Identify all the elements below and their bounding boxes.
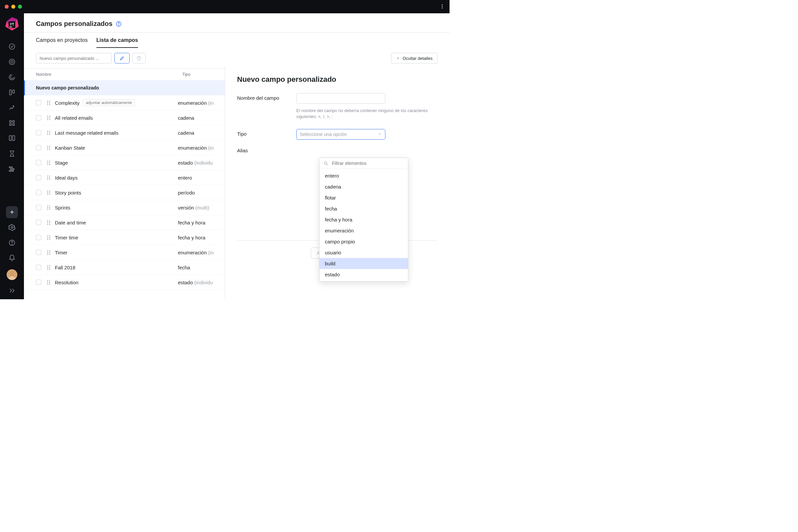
field-name-cell: Last message related emails	[55, 130, 178, 136]
field-name-input[interactable]	[296, 93, 385, 104]
tab-field-list[interactable]: Lista de campos	[96, 33, 138, 48]
dropdown-option[interactable]: build	[320, 258, 408, 269]
boards-icon[interactable]	[5, 86, 19, 99]
field-name-cell: Date and time	[55, 220, 178, 225]
drag-handle-icon[interactable]	[47, 221, 50, 225]
field-type-cell: estado (individu	[178, 280, 213, 285]
reports-icon[interactable]	[5, 101, 19, 114]
dropdown-option[interactable]: campo propio	[320, 236, 408, 247]
create-button[interactable]	[6, 206, 18, 218]
settings-icon[interactable]	[5, 221, 19, 234]
row-checkbox[interactable]	[36, 280, 41, 285]
row-checkbox[interactable]	[36, 130, 41, 135]
dropdown-option[interactable]: estado	[320, 269, 408, 280]
row-checkbox[interactable]	[36, 145, 41, 150]
dropdown-option[interactable]: flotar	[320, 192, 408, 203]
svg-point-28	[324, 162, 327, 164]
new-field-name-input[interactable]	[36, 53, 112, 63]
row-checkbox[interactable]	[36, 160, 41, 165]
field-type-cell: enumeración (in	[178, 250, 214, 255]
edit-button[interactable]	[114, 53, 130, 63]
svg-text:YT: YT	[10, 23, 14, 26]
field-name-cell: Kanban State	[55, 145, 178, 151]
field-type-cell: enumeración (in	[178, 145, 214, 151]
drag-handle-icon[interactable]	[47, 116, 50, 120]
dropdown-search	[320, 158, 408, 169]
tabs: Campos en proyectos Lista de campos	[24, 33, 450, 48]
knowledge-icon[interactable]	[5, 132, 19, 145]
drag-handle-icon[interactable]	[47, 146, 50, 150]
svg-rect-12	[13, 90, 15, 93]
agile-icon[interactable]	[5, 71, 19, 84]
drag-handle-icon[interactable]	[47, 250, 50, 255]
hide-details-label: Ocultar detalles	[403, 56, 433, 61]
dropdown-option[interactable]: usuario	[320, 247, 408, 258]
apps-icon[interactable]	[5, 116, 19, 130]
row-checkbox[interactable]	[36, 250, 41, 255]
type-dropdown: enterocadenaflotarfechafecha y horaenume…	[319, 158, 408, 282]
field-name-cell: Timer	[55, 250, 178, 255]
row-checkbox[interactable]	[36, 115, 41, 120]
page-help-icon[interactable]	[116, 21, 122, 27]
chevron-down-icon	[378, 132, 382, 137]
row-checkbox[interactable]	[36, 205, 41, 210]
tab-projects[interactable]: Campos en proyectos	[36, 33, 88, 48]
collapse-sidebar-icon[interactable]	[5, 284, 19, 297]
window-maximize-button[interactable]	[18, 5, 22, 8]
kebab-menu-icon[interactable]	[440, 4, 445, 10]
help-icon[interactable]	[5, 236, 19, 249]
field-type-cell: período	[178, 190, 195, 195]
timesheets-icon[interactable]	[5, 147, 19, 160]
dropdown-list: enterocadenaflotarfechafecha y horaenume…	[320, 169, 408, 281]
svg-rect-18	[10, 169, 14, 170]
dropdown-option[interactable]: fecha y hora	[320, 214, 408, 225]
delete-button[interactable]	[132, 53, 146, 63]
drag-handle-icon[interactable]	[47, 101, 50, 105]
gantt-icon[interactable]	[5, 162, 19, 175]
svg-rect-16	[13, 124, 15, 126]
row-checkbox[interactable]	[36, 100, 41, 106]
field-name-cell: Timer time	[55, 235, 178, 241]
window-minimize-button[interactable]	[11, 5, 15, 8]
field-type-cell: fecha	[178, 265, 190, 270]
row-checkbox[interactable]	[36, 175, 41, 180]
row-checkbox[interactable]	[36, 265, 41, 270]
drag-handle-icon[interactable]	[47, 160, 50, 165]
hide-details-button[interactable]: Ocultar detalles	[391, 53, 438, 63]
dropdown-option[interactable]: enumeración	[320, 225, 408, 236]
window-close-button[interactable]	[5, 5, 8, 8]
drag-handle-icon[interactable]	[47, 280, 50, 285]
drag-handle-icon[interactable]	[47, 175, 50, 180]
field-type-cell: fecha y hora	[178, 220, 206, 225]
dropdown-option[interactable]: fecha	[320, 203, 408, 214]
dashboard-icon[interactable]	[5, 55, 19, 69]
svg-point-1	[442, 6, 443, 7]
user-avatar[interactable]	[7, 269, 17, 280]
label-field-name: Nombre del campo	[237, 93, 296, 120]
field-type-select[interactable]: Seleccione una opción	[296, 129, 385, 140]
drag-handle-icon[interactable]	[47, 131, 50, 135]
field-type-cell: versión (multi)	[178, 205, 209, 210]
field-type-cell: estado (individu	[178, 160, 213, 166]
field-name-cell: Complexityadjuntar automáticamente	[55, 99, 178, 106]
row-checkbox[interactable]	[36, 235, 41, 240]
row-checkbox[interactable]	[36, 190, 41, 195]
dropdown-filter-input[interactable]	[332, 160, 404, 166]
drag-handle-icon[interactable]	[47, 235, 50, 240]
app-logo[interactable]: YT	[5, 17, 19, 31]
row-checkbox[interactable]	[36, 220, 41, 225]
dropdown-option[interactable]: cadena	[320, 181, 408, 192]
drag-handle-icon[interactable]	[47, 191, 50, 195]
field-name-cell: Ideal days	[55, 175, 178, 180]
auto-attach-badge: adjuntar automáticamente	[83, 99, 135, 106]
window-titlebar	[0, 0, 450, 13]
tasks-icon[interactable]	[5, 40, 19, 53]
drag-handle-icon[interactable]	[47, 265, 50, 270]
field-type-cell: enumeración (in	[178, 100, 214, 106]
field-type-cell: cadena	[178, 130, 194, 136]
page-title: Campos personalizados	[36, 20, 112, 27]
drag-handle-icon[interactable]	[47, 206, 50, 210]
notifications-icon[interactable]	[5, 251, 19, 265]
field-type-cell: entero	[178, 175, 192, 180]
dropdown-option[interactable]: entero	[320, 170, 408, 181]
